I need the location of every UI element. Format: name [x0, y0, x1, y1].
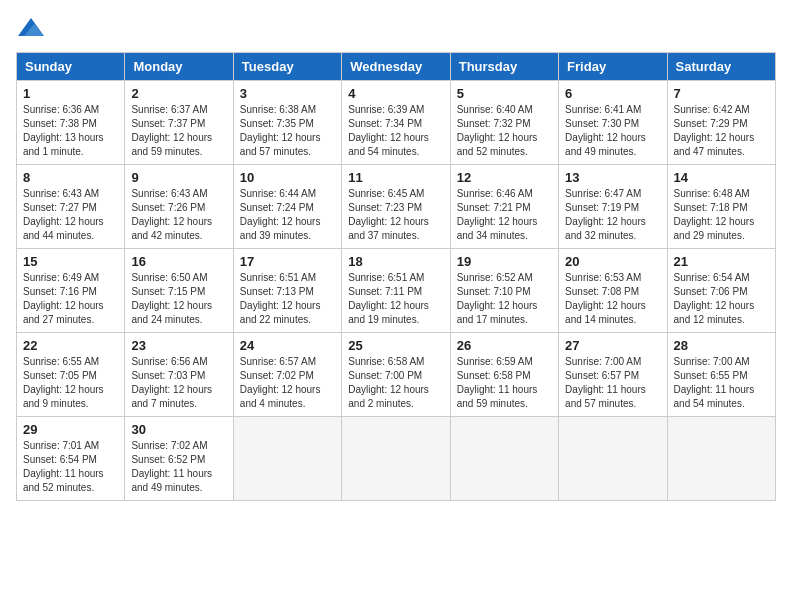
day-number: 7 — [674, 86, 769, 101]
day-of-week-header: Wednesday — [342, 53, 450, 81]
day-info: Sunrise: 6:43 AMSunset: 7:27 PMDaylight:… — [23, 187, 118, 243]
calendar-day-cell: 3Sunrise: 6:38 AMSunset: 7:35 PMDaylight… — [233, 81, 341, 165]
day-number: 26 — [457, 338, 552, 353]
day-number: 28 — [674, 338, 769, 353]
calendar-day-cell: 26Sunrise: 6:59 AMSunset: 6:58 PMDayligh… — [450, 333, 558, 417]
day-info: Sunrise: 6:41 AMSunset: 7:30 PMDaylight:… — [565, 103, 660, 159]
calendar-day-cell: 24Sunrise: 6:57 AMSunset: 7:02 PMDayligh… — [233, 333, 341, 417]
day-number: 24 — [240, 338, 335, 353]
day-number: 5 — [457, 86, 552, 101]
calendar-day-cell: 9Sunrise: 6:43 AMSunset: 7:26 PMDaylight… — [125, 165, 233, 249]
calendar-day-cell: 19Sunrise: 6:52 AMSunset: 7:10 PMDayligh… — [450, 249, 558, 333]
calendar-day-cell — [559, 417, 667, 501]
day-info: Sunrise: 6:36 AMSunset: 7:38 PMDaylight:… — [23, 103, 118, 159]
day-info: Sunrise: 6:52 AMSunset: 7:10 PMDaylight:… — [457, 271, 552, 327]
day-of-week-header: Sunday — [17, 53, 125, 81]
day-info: Sunrise: 6:37 AMSunset: 7:37 PMDaylight:… — [131, 103, 226, 159]
day-of-week-header: Thursday — [450, 53, 558, 81]
day-info: Sunrise: 6:44 AMSunset: 7:24 PMDaylight:… — [240, 187, 335, 243]
day-info: Sunrise: 6:49 AMSunset: 7:16 PMDaylight:… — [23, 271, 118, 327]
day-info: Sunrise: 7:02 AMSunset: 6:52 PMDaylight:… — [131, 439, 226, 495]
day-info: Sunrise: 6:43 AMSunset: 7:26 PMDaylight:… — [131, 187, 226, 243]
calendar-day-cell — [667, 417, 775, 501]
logo — [16, 16, 50, 40]
day-info: Sunrise: 6:57 AMSunset: 7:02 PMDaylight:… — [240, 355, 335, 411]
day-info: Sunrise: 7:01 AMSunset: 6:54 PMDaylight:… — [23, 439, 118, 495]
calendar-day-cell: 13Sunrise: 6:47 AMSunset: 7:19 PMDayligh… — [559, 165, 667, 249]
day-info: Sunrise: 6:55 AMSunset: 7:05 PMDaylight:… — [23, 355, 118, 411]
day-number: 22 — [23, 338, 118, 353]
day-number: 19 — [457, 254, 552, 269]
day-info: Sunrise: 7:00 AMSunset: 6:57 PMDaylight:… — [565, 355, 660, 411]
calendar-table: SundayMondayTuesdayWednesdayThursdayFrid… — [16, 52, 776, 501]
calendar-week-row: 22Sunrise: 6:55 AMSunset: 7:05 PMDayligh… — [17, 333, 776, 417]
day-info: Sunrise: 6:56 AMSunset: 7:03 PMDaylight:… — [131, 355, 226, 411]
day-number: 4 — [348, 86, 443, 101]
day-number: 30 — [131, 422, 226, 437]
day-info: Sunrise: 6:51 AMSunset: 7:11 PMDaylight:… — [348, 271, 443, 327]
logo-icon — [16, 16, 46, 40]
calendar-day-cell — [450, 417, 558, 501]
calendar-day-cell: 21Sunrise: 6:54 AMSunset: 7:06 PMDayligh… — [667, 249, 775, 333]
day-info: Sunrise: 6:39 AMSunset: 7:34 PMDaylight:… — [348, 103, 443, 159]
day-number: 27 — [565, 338, 660, 353]
day-info: Sunrise: 6:59 AMSunset: 6:58 PMDaylight:… — [457, 355, 552, 411]
calendar-day-cell: 29Sunrise: 7:01 AMSunset: 6:54 PMDayligh… — [17, 417, 125, 501]
calendar-day-cell: 1Sunrise: 6:36 AMSunset: 7:38 PMDaylight… — [17, 81, 125, 165]
calendar-day-cell: 22Sunrise: 6:55 AMSunset: 7:05 PMDayligh… — [17, 333, 125, 417]
calendar-day-cell: 10Sunrise: 6:44 AMSunset: 7:24 PMDayligh… — [233, 165, 341, 249]
day-info: Sunrise: 6:50 AMSunset: 7:15 PMDaylight:… — [131, 271, 226, 327]
calendar-day-cell: 14Sunrise: 6:48 AMSunset: 7:18 PMDayligh… — [667, 165, 775, 249]
day-info: Sunrise: 6:40 AMSunset: 7:32 PMDaylight:… — [457, 103, 552, 159]
day-of-week-header: Monday — [125, 53, 233, 81]
day-info: Sunrise: 6:47 AMSunset: 7:19 PMDaylight:… — [565, 187, 660, 243]
calendar-week-row: 8Sunrise: 6:43 AMSunset: 7:27 PMDaylight… — [17, 165, 776, 249]
day-number: 11 — [348, 170, 443, 185]
day-info: Sunrise: 6:54 AMSunset: 7:06 PMDaylight:… — [674, 271, 769, 327]
calendar-header-row: SundayMondayTuesdayWednesdayThursdayFrid… — [17, 53, 776, 81]
day-info: Sunrise: 6:48 AMSunset: 7:18 PMDaylight:… — [674, 187, 769, 243]
calendar-day-cell — [342, 417, 450, 501]
calendar-day-cell: 12Sunrise: 6:46 AMSunset: 7:21 PMDayligh… — [450, 165, 558, 249]
day-number: 10 — [240, 170, 335, 185]
day-number: 6 — [565, 86, 660, 101]
day-number: 23 — [131, 338, 226, 353]
calendar-day-cell: 18Sunrise: 6:51 AMSunset: 7:11 PMDayligh… — [342, 249, 450, 333]
day-info: Sunrise: 6:45 AMSunset: 7:23 PMDaylight:… — [348, 187, 443, 243]
day-info: Sunrise: 7:00 AMSunset: 6:55 PMDaylight:… — [674, 355, 769, 411]
calendar-day-cell: 30Sunrise: 7:02 AMSunset: 6:52 PMDayligh… — [125, 417, 233, 501]
calendar-day-cell: 15Sunrise: 6:49 AMSunset: 7:16 PMDayligh… — [17, 249, 125, 333]
calendar-week-row: 29Sunrise: 7:01 AMSunset: 6:54 PMDayligh… — [17, 417, 776, 501]
day-info: Sunrise: 6:38 AMSunset: 7:35 PMDaylight:… — [240, 103, 335, 159]
day-number: 16 — [131, 254, 226, 269]
calendar-day-cell: 7Sunrise: 6:42 AMSunset: 7:29 PMDaylight… — [667, 81, 775, 165]
day-number: 14 — [674, 170, 769, 185]
day-number: 2 — [131, 86, 226, 101]
day-number: 9 — [131, 170, 226, 185]
day-number: 8 — [23, 170, 118, 185]
day-number: 3 — [240, 86, 335, 101]
calendar-day-cell — [233, 417, 341, 501]
calendar-day-cell: 6Sunrise: 6:41 AMSunset: 7:30 PMDaylight… — [559, 81, 667, 165]
calendar-day-cell: 17Sunrise: 6:51 AMSunset: 7:13 PMDayligh… — [233, 249, 341, 333]
calendar-day-cell: 27Sunrise: 7:00 AMSunset: 6:57 PMDayligh… — [559, 333, 667, 417]
day-number: 13 — [565, 170, 660, 185]
calendar-week-row: 15Sunrise: 6:49 AMSunset: 7:16 PMDayligh… — [17, 249, 776, 333]
calendar-day-cell: 8Sunrise: 6:43 AMSunset: 7:27 PMDaylight… — [17, 165, 125, 249]
calendar-day-cell: 11Sunrise: 6:45 AMSunset: 7:23 PMDayligh… — [342, 165, 450, 249]
day-number: 21 — [674, 254, 769, 269]
day-number: 12 — [457, 170, 552, 185]
day-number: 29 — [23, 422, 118, 437]
calendar-day-cell: 23Sunrise: 6:56 AMSunset: 7:03 PMDayligh… — [125, 333, 233, 417]
day-number: 15 — [23, 254, 118, 269]
day-number: 17 — [240, 254, 335, 269]
calendar-day-cell: 28Sunrise: 7:00 AMSunset: 6:55 PMDayligh… — [667, 333, 775, 417]
day-of-week-header: Friday — [559, 53, 667, 81]
day-number: 25 — [348, 338, 443, 353]
calendar-week-row: 1Sunrise: 6:36 AMSunset: 7:38 PMDaylight… — [17, 81, 776, 165]
day-number: 1 — [23, 86, 118, 101]
day-number: 20 — [565, 254, 660, 269]
calendar-day-cell: 5Sunrise: 6:40 AMSunset: 7:32 PMDaylight… — [450, 81, 558, 165]
day-of-week-header: Tuesday — [233, 53, 341, 81]
calendar-day-cell: 20Sunrise: 6:53 AMSunset: 7:08 PMDayligh… — [559, 249, 667, 333]
